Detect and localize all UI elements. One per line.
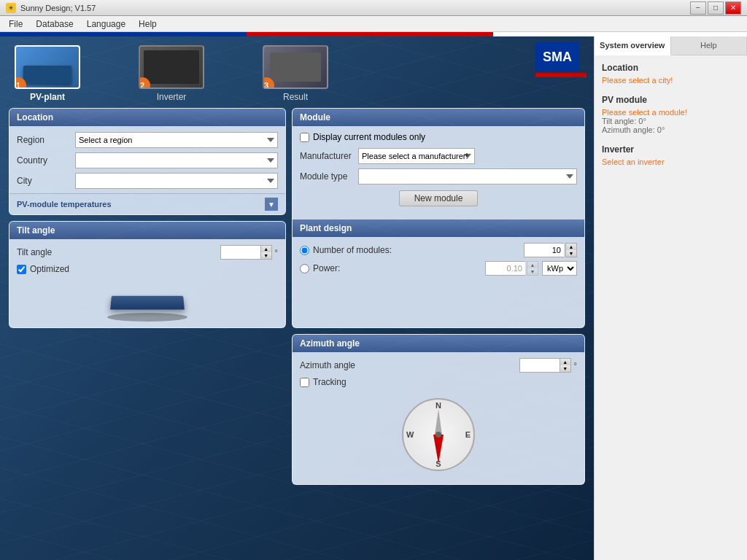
manufacturer-select[interactable]: Please select a manufacturer! xyxy=(358,148,475,164)
country-select[interactable] xyxy=(75,152,278,168)
display-current-row: Display current modules only xyxy=(300,132,577,142)
sidebar-inverter-section: Inverter Select an inverter xyxy=(602,144,740,166)
sidebar-inverter-value: Select an inverter xyxy=(602,158,740,166)
module-type-select[interactable] xyxy=(358,168,577,184)
menu-language[interactable]: Language xyxy=(81,18,131,31)
num-modules-radio[interactable] xyxy=(300,246,309,255)
tilt-spinner[interactable]: ▲ ▼ xyxy=(260,245,272,260)
power-value-wrap: 0.10 ▲ ▼ kWp xyxy=(485,261,577,276)
azimuth-input-wrap: 0 ▲ ▼ ° xyxy=(519,358,577,373)
plant-design-header: Plant design xyxy=(293,219,584,237)
optimized-label: Optimized xyxy=(30,264,69,274)
spacer-col1-row3 xyxy=(9,334,286,485)
title-bar: ☀ Sunny Design; V1.57 − □ ✕ xyxy=(0,0,747,16)
tilt-input[interactable]: 0 xyxy=(220,245,260,260)
sidebar-pv-title: PV module xyxy=(602,95,740,105)
sidebar-tilt-value: Tilt angle: 0° xyxy=(602,117,740,125)
optimized-checkbox[interactable] xyxy=(17,265,26,274)
azimuth-body: Azimuth angle 0 ▲ ▼ ° Tracking xyxy=(293,352,584,484)
minimize-button[interactable]: − xyxy=(690,1,706,15)
tilt-panel-graphic xyxy=(110,296,185,310)
num-modules-input[interactable]: 10 xyxy=(524,243,564,257)
pvtemp-expand-button[interactable]: ▼ xyxy=(265,198,278,211)
tracking-label: Tracking xyxy=(313,377,347,387)
module-header: Module xyxy=(293,109,584,126)
window-title: Sunny Design; V1.57 xyxy=(20,4,96,12)
tab-result[interactable]: 3 Result xyxy=(263,45,328,102)
sidebar-content: Location Please select a city! PV module… xyxy=(595,55,747,560)
region-label: Region xyxy=(17,135,75,145)
power-unit-select[interactable]: kWp xyxy=(542,261,577,276)
compass-needle-south xyxy=(433,435,444,464)
display-current-label: Display current modules only xyxy=(313,132,425,142)
power-radio[interactable] xyxy=(300,264,309,273)
menu-file[interactable]: File xyxy=(3,18,28,31)
power-spinner: ▲ ▼ xyxy=(527,261,538,276)
sidebar-tab-help[interactable]: Help xyxy=(671,36,748,55)
azimuth-up[interactable]: ▲ xyxy=(560,359,570,365)
app-icon: ☀ xyxy=(6,3,16,13)
maximize-button[interactable]: □ xyxy=(708,1,724,15)
tilt-input-wrap: 0 ▲ ▼ ° xyxy=(220,245,278,260)
module-title: Module xyxy=(300,112,330,122)
tilt-visualization xyxy=(17,278,278,322)
tab-res-image: 3 xyxy=(263,45,328,89)
tab-res-label: Result xyxy=(283,92,308,102)
compass-needle-north xyxy=(435,409,442,435)
region-select[interactable]: Select a region xyxy=(75,132,278,148)
azimuth-spinner[interactable]: ▲ ▼ xyxy=(560,358,571,373)
sidebar-inverter-title: Inverter xyxy=(602,144,740,155)
new-module-button[interactable]: New module xyxy=(399,190,479,206)
region-row: Region Select a region xyxy=(17,132,278,148)
azimuth-title: Azimuth angle xyxy=(300,338,360,349)
city-label: City xyxy=(17,176,75,186)
plant-design-section: Plant design Number of modules: 10 ▲ ▼ xyxy=(293,219,584,285)
tilt-value-row: Tilt angle 0 ▲ ▼ ° xyxy=(17,245,278,260)
step-badge-3: 3 xyxy=(263,77,274,89)
sma-brand: SMA xyxy=(535,42,579,71)
compass: N S E W xyxy=(402,398,475,471)
country-row: Country xyxy=(17,152,278,168)
city-row: City xyxy=(17,173,278,189)
tilt-title: Tilt angle xyxy=(17,225,55,236)
pvtemp-label: PV-module temperatures xyxy=(17,200,112,209)
content-panel: 1 PV-plant 2 Inverter 3 Result xyxy=(0,36,594,560)
tab-pv-image: 1 xyxy=(15,45,80,89)
location-header: Location xyxy=(9,109,285,126)
city-select[interactable] xyxy=(75,173,278,189)
module-type-row: Module type xyxy=(300,168,577,184)
power-input[interactable]: 0.10 xyxy=(485,261,525,276)
power-label: Power: xyxy=(313,263,485,273)
tilt-down[interactable]: ▼ xyxy=(261,252,271,259)
azimuth-input[interactable]: 0 xyxy=(519,358,560,373)
azimuth-panel: Azimuth angle Azimuth angle 0 ▲ ▼ ° xyxy=(292,334,585,485)
menu-database[interactable]: Database xyxy=(30,18,79,31)
optimized-row: Optimized xyxy=(17,264,278,274)
sidebar-pv-module-section: PV module Please select a module! Tilt a… xyxy=(602,95,740,134)
azimuth-down[interactable]: ▼ xyxy=(560,365,570,372)
sma-logo: SMA xyxy=(535,42,587,79)
tracking-checkbox[interactable] xyxy=(300,378,309,387)
close-button[interactable]: ✕ xyxy=(725,1,741,15)
tab-pv-plant[interactable]: 1 PV-plant xyxy=(15,45,80,102)
num-modules-down[interactable]: ▼ xyxy=(566,250,576,257)
step-badge-2: 2 xyxy=(139,77,150,89)
num-modules-spinner[interactable]: ▲ ▼ xyxy=(565,243,577,257)
num-modules-row: Number of modules: 10 ▲ ▼ xyxy=(300,243,577,257)
tab-inverter[interactable]: 2 Inverter xyxy=(139,45,204,102)
num-modules-label: Number of modules: xyxy=(313,245,524,255)
sidebar-location-value: Please select a city! xyxy=(602,76,740,85)
menu-help[interactable]: Help xyxy=(133,18,163,31)
power-down: ▼ xyxy=(527,268,538,275)
tab-row: 1 PV-plant 2 Inverter 3 Result xyxy=(0,36,594,102)
power-row: Power: 0.10 ▲ ▼ kWp xyxy=(300,261,577,276)
num-modules-up[interactable]: ▲ xyxy=(566,244,576,250)
display-current-checkbox[interactable] xyxy=(300,133,309,142)
num-modules-value-wrap: 10 ▲ ▼ xyxy=(524,243,577,257)
sma-accent-bar xyxy=(535,73,587,77)
manufacturer-label: Manufacturer xyxy=(300,151,358,161)
sidebar-tabs: System overview Help xyxy=(595,36,747,55)
sidebar-tab-system[interactable]: System overview xyxy=(595,36,671,55)
tilt-up[interactable]: ▲ xyxy=(261,246,271,252)
compass-center xyxy=(436,432,441,438)
